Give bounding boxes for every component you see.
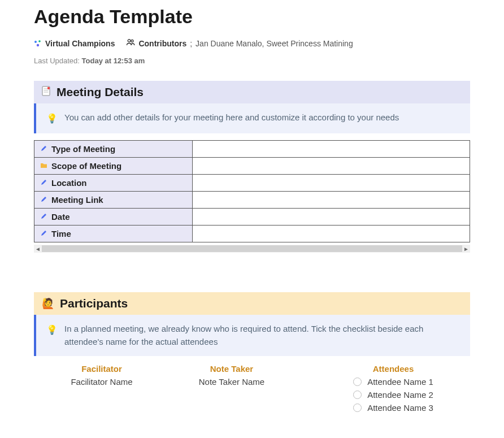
team-name: Virtual Champions <box>45 39 115 48</box>
detail-value-cell[interactable] <box>193 225 470 242</box>
detail-label: Time <box>51 229 71 238</box>
attendee-checkbox[interactable] <box>353 404 362 412</box>
participants-callout: 💡 In a planned meeting, we already know … <box>34 315 470 356</box>
detail-label-cell[interactable]: Location <box>34 175 193 192</box>
table-row: Date <box>34 209 470 225</box>
detail-label: Date <box>51 212 70 222</box>
attendee-name[interactable]: Attendee Name 2 <box>367 390 433 400</box>
horizontal-scrollbar[interactable]: ◄ ► <box>34 245 470 253</box>
table-row: Time <box>34 225 470 242</box>
detail-label-cell[interactable]: Meeting Link <box>34 192 193 209</box>
list-item: Attendee Name 2 <box>353 390 433 400</box>
svg-point-9 <box>47 87 50 89</box>
detail-label: Meeting Link <box>51 195 103 205</box>
contributors-value: Jan Duane Manalo, Sweet Princess Matinin… <box>195 39 353 48</box>
folder-icon <box>40 161 47 171</box>
last-updated: Last Updated: Today at 12:53 am <box>34 57 470 65</box>
notetaker-col: Note Taker Note Taker Name <box>175 364 288 416</box>
attendee-checkbox[interactable] <box>353 378 362 386</box>
page-title: Agenda Template <box>34 6 470 28</box>
raising-hand-icon: 🙋 <box>42 297 54 310</box>
contributors-sep: ; <box>190 39 192 48</box>
meeting-details-header: Meeting Details <box>34 81 470 103</box>
svg-point-4 <box>131 40 133 42</box>
facilitator-label: Facilitator <box>45 364 158 374</box>
detail-label-cell[interactable]: Time <box>34 225 193 242</box>
detail-label: Scope of Meeting <box>51 161 121 171</box>
list-item: Attendee Name 1 <box>353 377 433 387</box>
svg-point-3 <box>128 40 131 42</box>
facilitator-value[interactable]: Facilitator Name <box>45 377 158 387</box>
detail-label-cell[interactable]: Date <box>34 209 193 225</box>
pen-icon <box>40 212 47 222</box>
lightbulb-icon: 💡 <box>46 323 58 337</box>
note-page-icon <box>42 85 51 99</box>
participants-heading: Participants <box>60 297 128 310</box>
contributors-label: Contributors <box>138 39 186 48</box>
attendee-name[interactable]: Attendee Name 3 <box>367 403 433 413</box>
pen-icon <box>40 229 47 238</box>
roles-row: Facilitator Facilitator Name Note Taker … <box>34 364 470 416</box>
meeting-details-callout: 💡 You can add other details for your mee… <box>34 103 470 133</box>
detail-value-cell[interactable] <box>193 175 470 192</box>
meeting-details-callout-text: You can add other details for your meeti… <box>64 111 399 124</box>
participants-header: 🙋 Participants <box>34 292 470 315</box>
table-row: Scope of Meeting <box>34 158 470 175</box>
detail-value-cell[interactable] <box>193 141 470 158</box>
pen-icon <box>40 178 47 188</box>
team-icon <box>34 40 42 47</box>
table-row: Meeting Link <box>34 192 470 209</box>
team-chip[interactable]: Virtual Champions <box>34 39 115 48</box>
meta-row: Virtual Champions Contributors; Jan Duan… <box>34 38 470 49</box>
svg-point-2 <box>37 44 39 46</box>
attendee-checkbox[interactable] <box>353 391 362 399</box>
notetaker-label: Note Taker <box>175 364 288 374</box>
detail-label: Location <box>51 178 87 188</box>
attendees-col: Attendees Attendee Name 1 Attendee Name … <box>316 364 470 416</box>
pen-icon <box>40 195 47 205</box>
detail-value-cell[interactable] <box>193 158 470 175</box>
detail-label: Type of Meeting <box>51 144 115 154</box>
notetaker-value[interactable]: Note Taker Name <box>175 377 288 387</box>
detail-label-cell[interactable]: Type of Meeting <box>34 141 193 158</box>
facilitator-col: Facilitator Facilitator Name <box>45 364 158 416</box>
scroll-right-icon[interactable]: ► <box>462 245 470 253</box>
last-updated-value: Today at 12:53 am <box>82 57 145 65</box>
attendees-label: Attendees <box>316 364 470 374</box>
meeting-details-table-wrap: Type of Meeting Scope of Meeting Locatio… <box>34 140 470 253</box>
table-row: Type of Meeting <box>34 141 470 158</box>
list-item: Attendee Name 3 <box>353 403 433 413</box>
table-row: Location <box>34 175 470 192</box>
participants-callout-text: In a planned meeting, we already know wh… <box>64 323 460 348</box>
contributors-chip[interactable]: Contributors; Jan Duane Manalo, Sweet Pr… <box>126 38 353 49</box>
detail-value-cell[interactable] <box>193 209 470 225</box>
svg-point-1 <box>38 40 41 42</box>
lightbulb-icon: 💡 <box>46 112 58 125</box>
people-icon <box>126 38 135 49</box>
meeting-details-heading: Meeting Details <box>57 85 144 99</box>
detail-value-cell[interactable] <box>193 192 470 209</box>
meeting-details-table: Type of Meeting Scope of Meeting Locatio… <box>34 140 470 242</box>
svg-point-0 <box>34 41 37 43</box>
detail-label-cell[interactable]: Scope of Meeting <box>34 158 193 175</box>
attendees-list: Attendee Name 1 Attendee Name 2 Attendee… <box>353 377 433 416</box>
scroll-track[interactable] <box>42 245 462 252</box>
pen-icon <box>40 144 47 154</box>
attendee-name[interactable]: Attendee Name 1 <box>367 377 433 387</box>
scroll-left-icon[interactable]: ◄ <box>34 245 42 253</box>
last-updated-prefix: Last Updated: <box>34 57 82 65</box>
